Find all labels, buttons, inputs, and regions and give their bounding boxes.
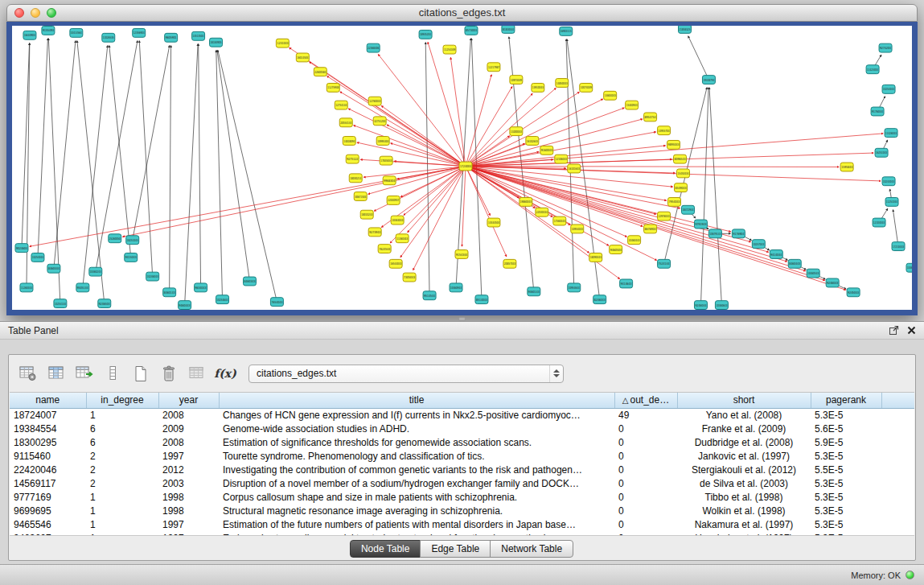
graph-node[interactable]: 18030214 — [349, 174, 362, 183]
graph-node[interactable]: 18010243 — [360, 210, 373, 219]
graph-node[interactable]: 10460643 — [715, 301, 728, 310]
close-panel-icon[interactable] — [907, 326, 916, 335]
graph-node[interactable]: 9246504 — [98, 299, 111, 308]
graph-node[interactable]: 7654043 — [270, 298, 283, 307]
column-header-indegree[interactable]: in_degree — [86, 393, 158, 408]
graph-node[interactable]: 16251043 — [875, 148, 888, 157]
graph-node[interactable]: 8460143 — [163, 288, 176, 297]
graph-node[interactable]: 9024604 — [15, 244, 28, 253]
graph-node[interactable]: 10074049 — [580, 83, 593, 92]
tab-edge-table[interactable]: Edge Table — [420, 540, 491, 558]
select-columns-icon[interactable] — [45, 363, 68, 385]
column-list-icon[interactable] — [101, 363, 124, 385]
graph-node[interactable]: 22368406 — [367, 43, 380, 52]
graph-node[interactable]: 9176044 — [871, 107, 884, 116]
table-row[interactable]: 1456911722003Disruption of a novel membe… — [10, 476, 914, 490]
tab-network-table[interactable]: Network Table — [490, 540, 573, 558]
graph-node[interactable]: 1231043 — [276, 39, 289, 47]
graph-node[interactable]: 10254043 — [882, 84, 895, 93]
minimize-button[interactable] — [31, 8, 40, 18]
graph-node[interactable]: 12106043 — [555, 154, 568, 163]
graph-node[interactable]: 1724004 — [459, 162, 472, 171]
graph-node[interactable]: 9460504 — [610, 245, 622, 254]
graph-node[interactable]: 14955704 — [658, 126, 671, 135]
table-row[interactable]: 977716911998Corpus callosum shape and si… — [10, 490, 914, 504]
graph-node[interactable]: 10954644 — [568, 283, 581, 292]
table-row[interactable]: 1938455462009Genome-wide association stu… — [10, 422, 914, 435]
window-titlebar[interactable]: citations_edges.txt — [6, 4, 918, 22]
graph-node[interactable]: 30671504 — [354, 192, 367, 201]
graph-node[interactable]: 18251043 — [126, 236, 139, 245]
graph-node[interactable]: 16903115 — [560, 27, 573, 35]
graph-node[interactable]: 20857043 — [503, 259, 516, 268]
graph-node[interactable]: 9155493 — [42, 26, 55, 35]
column-header-short[interactable]: short — [677, 393, 811, 408]
graph-node[interactable]: 11275948 — [326, 83, 339, 92]
graph-node[interactable]: 8573003 — [465, 26, 478, 35]
graph-node[interactable]: 11026535 — [102, 33, 115, 42]
graph-node[interactable]: 13910043 — [532, 83, 544, 92]
graph-node[interactable]: 8460444 — [47, 264, 60, 273]
zoom-button[interactable] — [47, 8, 56, 18]
graph-node[interactable]: 8676904 — [644, 225, 657, 233]
graph-node[interactable]: 8096543 — [674, 154, 687, 163]
column-header-name[interactable]: name — [10, 393, 86, 408]
graph-node[interactable]: 8460443 — [788, 259, 801, 268]
graph-node[interactable]: 10973049 — [510, 76, 523, 84]
graph-node[interactable]: 18090443 — [589, 253, 602, 262]
table-row[interactable]: 1830029562008Estimation of significance … — [10, 435, 914, 449]
graph-node[interactable]: 8954754 — [644, 113, 657, 122]
graph-node[interactable]: 21858325 — [679, 26, 692, 33]
graph-node[interactable]: 25260050 — [109, 234, 121, 243]
graph-node[interactable]: 9245043 — [847, 288, 860, 297]
graph-node[interactable]: 10995304 — [376, 137, 389, 146]
graph-node[interactable]: 9273943 — [368, 228, 381, 237]
graph-node[interactable]: 12356904 — [133, 28, 146, 37]
trash-icon[interactable] — [158, 363, 180, 385]
column-header-year[interactable]: year — [158, 393, 219, 408]
graph-node[interactable]: 7954043 — [668, 197, 681, 206]
graph-node[interactable]: 11423404 — [866, 65, 879, 74]
graph-node[interactable]: 12754144 — [335, 101, 347, 109]
graph-node[interactable]: 1644904 — [23, 31, 36, 39]
graph-node[interactable]: 14850043 — [556, 79, 569, 88]
tab-node-table[interactable]: Node Table — [350, 540, 421, 558]
graph-node[interactable]: 17835043 — [380, 156, 392, 165]
graph-node[interactable]: 10254144 — [54, 299, 67, 308]
graph-node[interactable]: 14604043 — [604, 91, 617, 100]
graph-node[interactable]: 15450434 — [677, 169, 690, 178]
graph-node[interactable]: 10954043 — [571, 225, 584, 233]
graph-node[interactable]: 19448794 — [702, 76, 715, 84]
table-row[interactable]: 946362711997Embryonic stem cells: a mode… — [10, 531, 914, 536]
graph-node[interactable]: 9176904 — [732, 229, 745, 238]
graph-node[interactable]: 10246043 — [146, 272, 159, 281]
graph-node[interactable]: 17210443 — [892, 242, 905, 251]
graph-node[interactable]: 9895043 — [667, 140, 680, 149]
graph-node[interactable]: 9246044 — [694, 301, 707, 310]
graph-node[interactable]: 10414564 — [70, 28, 83, 37]
table-row[interactable]: 969969511998Structural magnetic resonanc… — [10, 504, 914, 517]
graph-node[interactable]: 10460043 — [906, 263, 912, 272]
graph-node[interactable]: 10257043 — [752, 240, 765, 249]
graph-node[interactable]: 7624544 — [378, 245, 391, 253]
graph-node[interactable]: 9246043 — [826, 278, 839, 287]
graph-node[interactable]: 18472944 — [682, 205, 695, 214]
network-graph[interactable]: 1724004112543491221798710973049123104316… — [12, 26, 912, 310]
graph-node[interactable]: 12217987 — [487, 63, 500, 72]
close-button[interactable] — [14, 8, 24, 18]
graph-node[interactable]: 7524144 — [658, 259, 671, 268]
float-panel-icon[interactable] — [889, 325, 899, 336]
column-header-pagerank[interactable]: pagerank — [811, 393, 881, 408]
graph-node[interactable]: 9460143 — [528, 287, 540, 296]
graph-node[interactable]: 9605901 — [165, 33, 178, 42]
table-row[interactable]: 911546021997Tourette syndrome. Phenomeno… — [10, 449, 914, 463]
graph-node[interactable]: 9414044 — [770, 250, 782, 259]
add-column-icon[interactable] — [73, 363, 96, 385]
table-row[interactable]: 946554611997Estimation of the future num… — [10, 517, 914, 531]
table-selector-dropdown[interactable]: citations_edges.txt — [248, 365, 564, 383]
graph-node[interactable]: 7305043 — [403, 273, 416, 282]
graph-node[interactable]: 22600584 — [314, 68, 326, 76]
graph-node[interactable]: 8183044 — [502, 26, 515, 33]
table-row[interactable]: 1872400712008Changes of HCN gene express… — [10, 408, 914, 422]
graph-node[interactable]: 1595843 — [840, 163, 853, 171]
